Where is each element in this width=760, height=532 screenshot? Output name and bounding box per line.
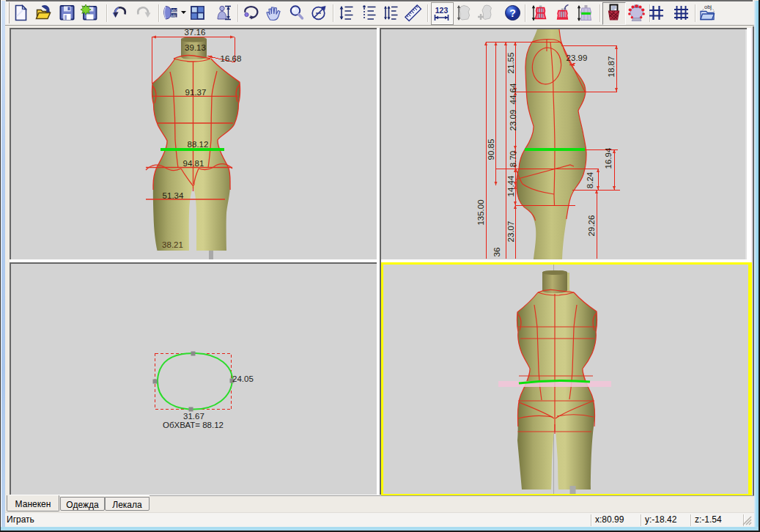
- svg-text:88.12: 88.12: [188, 140, 209, 149]
- svg-text:38.21: 38.21: [162, 240, 183, 249]
- svg-text:16.94: 16.94: [604, 147, 613, 169]
- svg-text:23.09: 23.09: [509, 110, 517, 131]
- svg-text:18.87: 18.87: [607, 56, 616, 78]
- svg-text:36: 36: [492, 248, 501, 257]
- svg-text:abc: abc: [171, 9, 177, 12]
- svg-text:90.85: 90.85: [487, 139, 495, 160]
- svg-text:8.70: 8.70: [509, 151, 517, 167]
- svg-text:123: 123: [435, 6, 448, 15]
- svg-text:37.16: 37.16: [185, 29, 206, 37]
- svg-text:94.81: 94.81: [183, 159, 204, 168]
- svg-text:24.05: 24.05: [232, 374, 254, 383]
- svg-text:51.34: 51.34: [163, 191, 184, 200]
- svg-text:29.26: 29.26: [587, 215, 596, 237]
- svg-text:?: ?: [509, 7, 516, 19]
- svg-text:8.24: 8.24: [586, 171, 594, 188]
- svg-text:16.68: 16.68: [221, 54, 242, 63]
- svg-text:31.67: 31.67: [183, 412, 204, 421]
- svg-text:91.37: 91.37: [185, 88, 207, 97]
- svg-text:14.44: 14.44: [506, 175, 515, 196]
- svg-text:21.55: 21.55: [506, 53, 515, 74]
- svg-text:23.99: 23.99: [567, 53, 588, 62]
- svg-text:obj: obj: [171, 14, 176, 18]
- svg-text:ОбХВАТ= 88.12: ОбХВАТ= 88.12: [163, 421, 224, 429]
- svg-text:obj: obj: [704, 4, 711, 10]
- svg-text:39.13: 39.13: [185, 43, 206, 52]
- svg-text:44.64: 44.64: [509, 83, 517, 104]
- svg-text:23.07: 23.07: [506, 221, 515, 243]
- svg-text:135.00: 135.00: [476, 199, 485, 225]
